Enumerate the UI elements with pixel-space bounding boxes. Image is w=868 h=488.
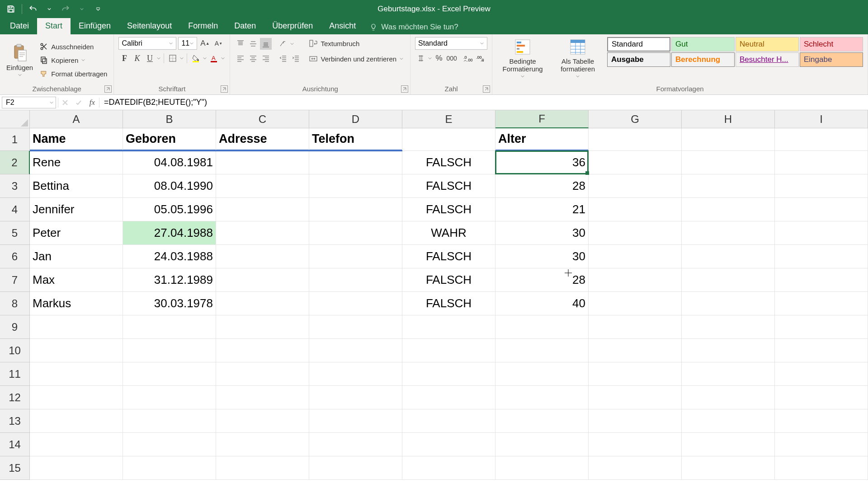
cell-E3[interactable]: FALSCH — [402, 174, 495, 198]
cell-A6[interactable]: Jan — [30, 245, 123, 268]
cell-A4[interactable]: Jennifer — [30, 198, 123, 221]
bold-button[interactable]: F — [118, 52, 130, 64]
cell-D15[interactable] — [309, 456, 402, 480]
orientation-button[interactable] — [277, 38, 289, 50]
cell-I4[interactable] — [775, 198, 868, 221]
spreadsheet-grid[interactable]: ABCDEFGHI 123456789101112131415 NameGebo… — [0, 110, 868, 488]
row-header-3[interactable]: 3 — [0, 174, 30, 198]
cell-B8[interactable]: 30.03.1978 — [123, 292, 216, 315]
font-color-dropdown[interactable] — [221, 56, 225, 60]
row-header-9[interactable]: 9 — [0, 315, 30, 339]
cell-B6[interactable]: 24.03.1988 — [123, 245, 216, 268]
cell-G9[interactable] — [589, 315, 682, 339]
cell-C4[interactable] — [216, 198, 309, 221]
comma-button[interactable]: 000 — [446, 52, 458, 64]
copy-button[interactable]: Kopieren — [38, 54, 109, 66]
cell-E2[interactable]: FALSCH — [402, 151, 495, 174]
font-size-combo[interactable]: 11 — [178, 37, 197, 50]
cell-E4[interactable]: FALSCH — [402, 198, 495, 221]
cell-I15[interactable] — [775, 456, 868, 480]
cell-E8[interactable]: FALSCH — [402, 292, 495, 315]
cell-F11[interactable] — [495, 362, 589, 386]
decrease-indent-button[interactable] — [277, 52, 289, 64]
column-header-F[interactable]: F — [495, 110, 589, 128]
cell-B7[interactable]: 31.12.1989 — [123, 268, 216, 292]
cell-H6[interactable] — [682, 245, 775, 268]
cell-A1[interactable]: Name — [30, 128, 123, 151]
cell-I3[interactable] — [775, 174, 868, 198]
column-header-G[interactable]: G — [589, 110, 682, 128]
enter-formula-button[interactable] — [72, 97, 85, 108]
insert-function-button[interactable]: fx — [85, 97, 99, 108]
row-header-4[interactable]: 4 — [0, 198, 30, 221]
cell-I11[interactable] — [775, 362, 868, 386]
redo-button[interactable] — [58, 2, 73, 16]
cell-I7[interactable] — [775, 268, 868, 292]
cell-C3[interactable] — [216, 174, 309, 198]
tab-home[interactable]: Start — [37, 18, 71, 34]
cell-H2[interactable] — [682, 151, 775, 174]
style-eingabe[interactable]: Eingabe — [800, 52, 863, 67]
cell-F12[interactable] — [495, 386, 589, 409]
cell-B13[interactable] — [123, 409, 216, 433]
tab-pagelayout[interactable]: Seitenlayout — [119, 18, 180, 34]
cell-H12[interactable] — [682, 386, 775, 409]
cell-D5[interactable] — [309, 221, 402, 245]
cell-B14[interactable] — [123, 433, 216, 456]
cell-B5[interactable]: 27.04.1988 — [123, 221, 216, 245]
cell-D8[interactable] — [309, 292, 402, 315]
style-neutral[interactable]: Neutral — [736, 37, 799, 52]
conditional-formatting-button[interactable]: Bedingte Formatierung — [497, 37, 548, 79]
cell-B1[interactable]: Geboren — [123, 128, 216, 151]
cell-H11[interactable] — [682, 362, 775, 386]
cell-D9[interactable] — [309, 315, 402, 339]
cell-H15[interactable] — [682, 456, 775, 480]
cell-A10[interactable] — [30, 339, 123, 362]
cell-E6[interactable]: FALSCH — [402, 245, 495, 268]
align-middle-button[interactable] — [247, 38, 259, 50]
paste-button[interactable]: Einfügen — [5, 43, 35, 78]
cell-H8[interactable] — [682, 292, 775, 315]
tab-file[interactable]: Datei — [2, 18, 37, 34]
qat-customize[interactable] — [91, 2, 105, 16]
accounting-format-button[interactable] — [415, 52, 427, 64]
tell-me-search[interactable]: Was möchten Sie tun? — [364, 20, 463, 34]
cell-D1[interactable]: Telefon — [309, 128, 402, 151]
cell-F5[interactable]: 30 — [495, 221, 589, 245]
cell-E5[interactable]: WAHR — [402, 221, 495, 245]
cell-A12[interactable] — [30, 386, 123, 409]
cell-E9[interactable] — [402, 315, 495, 339]
row-header-14[interactable]: 14 — [0, 433, 30, 456]
row-header-10[interactable]: 10 — [0, 339, 30, 362]
align-center-button[interactable] — [247, 52, 259, 64]
row-header-1[interactable]: 1 — [0, 128, 30, 151]
cell-G3[interactable] — [589, 174, 682, 198]
row-header-2[interactable]: 2 — [0, 151, 30, 174]
cell-I1[interactable] — [775, 128, 868, 151]
row-header-7[interactable]: 7 — [0, 268, 30, 292]
border-button[interactable] — [167, 52, 179, 64]
cell-G4[interactable] — [589, 198, 682, 221]
cell-I10[interactable] — [775, 339, 868, 362]
cell-D4[interactable] — [309, 198, 402, 221]
row-header-6[interactable]: 6 — [0, 245, 30, 268]
redo-dropdown[interactable] — [75, 2, 89, 16]
align-bottom-button[interactable] — [260, 38, 272, 50]
underline-dropdown[interactable] — [156, 56, 161, 60]
cell-C6[interactable] — [216, 245, 309, 268]
name-box[interactable]: F2 — [2, 97, 56, 108]
column-header-D[interactable]: D — [309, 110, 402, 128]
cancel-formula-button[interactable] — [58, 97, 72, 108]
cell-H13[interactable] — [682, 409, 775, 433]
cell-H5[interactable] — [682, 221, 775, 245]
cell-C7[interactable] — [216, 268, 309, 292]
cell-F8[interactable]: 40 — [495, 292, 589, 315]
cell-A11[interactable] — [30, 362, 123, 386]
cell-A3[interactable]: Bettina — [30, 174, 123, 198]
font-dialog-launcher[interactable] — [221, 85, 228, 93]
font-color-button[interactable]: A — [208, 52, 220, 64]
clipboard-dialog-launcher[interactable] — [104, 85, 112, 93]
row-header-12[interactable]: 12 — [0, 386, 30, 409]
cell-F13[interactable] — [495, 409, 589, 433]
cell-C9[interactable] — [216, 315, 309, 339]
